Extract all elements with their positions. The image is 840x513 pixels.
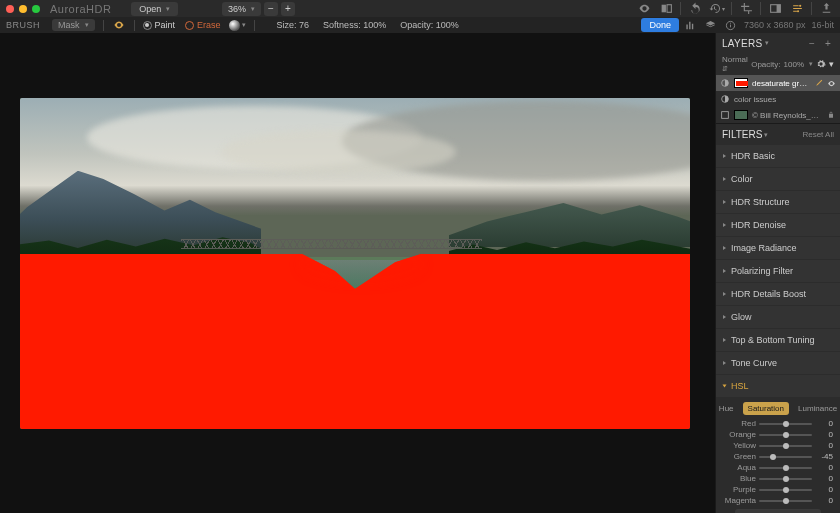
reset-all-button[interactable]: Reset All	[802, 130, 834, 139]
layer-item-selected[interactable]: desaturate green water	[716, 75, 840, 91]
chevron-down-icon[interactable]: ▾	[765, 39, 769, 47]
save-preset-button[interactable]: Save Filters Preset...	[735, 509, 821, 513]
filter-name: Top & Bottom Tuning	[731, 335, 815, 345]
filter-item[interactable]: Color	[716, 168, 840, 190]
hsl-value: 0	[815, 430, 833, 439]
merge-layers-icon[interactable]: −	[806, 37, 818, 49]
adjustment-layer-icon	[720, 94, 730, 104]
hsl-slider[interactable]	[759, 467, 812, 469]
hsl-slider-row: Red0	[720, 419, 836, 428]
hsl-tab-luminance[interactable]: Luminance	[793, 402, 840, 415]
separator	[103, 20, 104, 31]
paint-mode[interactable]: Paint	[143, 20, 176, 30]
hsl-slider-row: Yellow0	[720, 441, 836, 450]
hsl-value: 0	[815, 474, 833, 483]
gear-icon[interactable]	[816, 59, 826, 69]
filter-item[interactable]: HDR Basic	[716, 145, 840, 167]
disclosure-triangle-icon	[723, 200, 726, 204]
hsl-value: -45	[815, 452, 833, 461]
filter-name: HDR Structure	[731, 197, 790, 207]
undo-icon[interactable]	[687, 1, 703, 17]
hsl-value: 0	[815, 463, 833, 472]
hsl-color-label: Aqua	[720, 463, 756, 472]
separator	[254, 20, 255, 31]
hsl-tab-saturation[interactable]: Saturation	[743, 402, 789, 415]
hsl-tab-hue[interactable]: Hue	[715, 402, 739, 415]
hsl-slider[interactable]	[759, 445, 812, 447]
radio-off-icon	[185, 21, 194, 30]
hsl-slider[interactable]	[759, 423, 812, 425]
layers-header: LAYERS ▾ − +	[716, 33, 840, 53]
maximize-window[interactable]	[32, 5, 40, 13]
minimize-window[interactable]	[19, 5, 27, 13]
layer-opacity-label: Opacity:	[751, 60, 780, 69]
hsl-slider[interactable]	[759, 478, 812, 480]
filter-hsl[interactable]: HSL	[716, 375, 840, 397]
filter-item[interactable]: Image Radiance	[716, 237, 840, 259]
filters-header: FILTERS ▾ Reset All	[716, 123, 840, 145]
zoom-out-button[interactable]: −	[264, 2, 278, 16]
zoom-dropdown[interactable]: 36% ▾	[222, 2, 261, 16]
crop-icon[interactable]	[738, 1, 754, 17]
hsl-slider[interactable]	[759, 500, 812, 502]
blend-row: Normal ⇵ Opacity: 100%▾ ▾	[716, 53, 840, 75]
open-button[interactable]: Open ▾	[131, 2, 178, 16]
canvas-area[interactable]	[0, 33, 715, 513]
histogram-icon[interactable]	[684, 18, 698, 32]
hsl-value: 0	[815, 419, 833, 428]
image-canvas[interactable]	[20, 98, 690, 429]
filter-item[interactable]: Glow	[716, 306, 840, 328]
hsl-slider-row: Green-45	[720, 452, 836, 461]
chevron-down-icon[interactable]: ▾	[764, 131, 768, 139]
panel-toggle-icon[interactable]	[767, 1, 783, 17]
title-bar: AuroraHDR Open ▾ 36% ▾ − + ▾	[0, 0, 840, 17]
compare-icon[interactable]	[658, 1, 674, 17]
hsl-slider[interactable]	[759, 434, 812, 436]
filter-item[interactable]: Top & Bottom Tuning	[716, 329, 840, 351]
radio-on-icon	[143, 21, 152, 30]
zoom-in-button[interactable]: +	[281, 2, 295, 16]
mask-visibility-icon[interactable]	[112, 18, 126, 32]
layers-icon[interactable]	[704, 18, 718, 32]
svg-point-4	[799, 5, 801, 7]
layer-name: color issues	[734, 95, 836, 104]
preview-icon[interactable]	[636, 1, 652, 17]
chevron-down-icon: ▾	[166, 5, 170, 13]
mask-dropdown[interactable]: Mask ▾	[52, 19, 95, 31]
filter-name: HDR Details Boost	[731, 289, 806, 299]
done-button[interactable]: Done	[641, 18, 679, 32]
layer-item[interactable]: color issues	[716, 91, 840, 107]
filter-name: HDR Denoise	[731, 220, 786, 230]
filter-item[interactable]: HDR Details Boost	[716, 283, 840, 305]
layer-name: © Bill Reynolds_DSC02037.A...	[752, 111, 823, 120]
visibility-icon[interactable]	[826, 78, 836, 88]
brush-toolbar: BRUSH Mask ▾ Paint Erase ▾ Size: 76 Soft…	[0, 17, 840, 33]
filter-item[interactable]: Tone Curve	[716, 352, 840, 374]
filter-item[interactable]: Polarizing Filter	[716, 260, 840, 282]
sliders-icon[interactable]	[789, 1, 805, 17]
filter-item[interactable]: HDR Structure	[716, 191, 840, 213]
close-window[interactable]	[6, 5, 14, 13]
top-right-controls: ▾	[636, 1, 834, 17]
filter-item[interactable]: HDR Denoise	[716, 214, 840, 236]
blend-mode-dropdown[interactable]: Normal ⇵	[722, 55, 751, 73]
info-icon[interactable]	[724, 18, 738, 32]
export-icon[interactable]	[818, 1, 834, 17]
filter-list: HDR BasicColorHDR StructureHDR DenoiseIm…	[716, 145, 840, 375]
hsl-slider[interactable]	[759, 489, 812, 491]
app-name: AuroraHDR	[50, 3, 111, 15]
layer-item[interactable]: © Bill Reynolds_DSC02037.A...	[716, 107, 840, 123]
disclosure-triangle-icon	[723, 269, 726, 273]
erase-mode[interactable]: Erase	[185, 20, 221, 30]
hsl-color-label: Green	[720, 452, 756, 461]
brush-icon[interactable]	[813, 78, 823, 88]
history-icon[interactable]: ▾	[709, 1, 725, 17]
info-group: 7360 x 3680 px 16-bit	[684, 18, 834, 32]
brush-preview-swatch[interactable]	[229, 20, 240, 31]
disclosure-triangle-icon	[723, 154, 726, 158]
hsl-color-label: Orange	[720, 430, 756, 439]
layer-opacity-value[interactable]: 100%	[784, 60, 804, 69]
add-layer-icon[interactable]: +	[822, 37, 834, 49]
hsl-slider[interactable]	[759, 456, 812, 458]
layer-thumb	[734, 110, 748, 120]
